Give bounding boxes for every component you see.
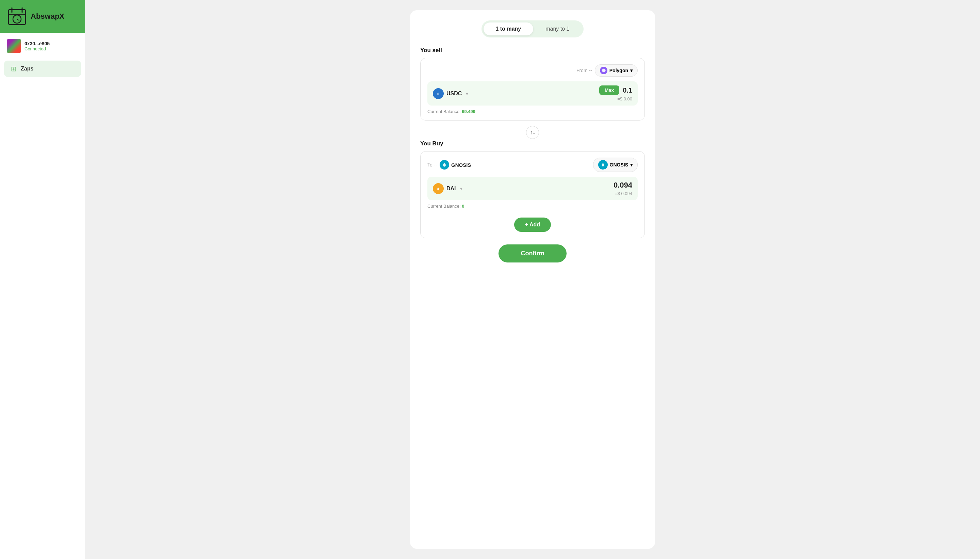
sell-panel: From -- Polygon ▾ $ (420, 58, 645, 121)
sell-token-row: $ USDC ▾ Max 0.1 =$ 0.00 (427, 81, 638, 106)
to-network-row: To -- GNOSIS (427, 158, 638, 172)
from-label: From -- (576, 68, 592, 73)
main-content: 1 to many many to 1 You sell From -- Pol… (85, 0, 980, 559)
usdc-token-selector[interactable]: $ USDC ▾ (433, 88, 595, 99)
sell-token-chevron: ▾ (466, 91, 468, 96)
wallet-avatar (7, 39, 21, 53)
add-button[interactable]: + Add (514, 218, 551, 232)
buy-balance-value: 0 (462, 203, 464, 209)
svg-text:$: $ (437, 92, 439, 95)
buy-token-chevron: ▾ (460, 186, 462, 191)
buy-usd-value: =$ 0.094 (615, 191, 632, 196)
sell-balance-row: Current Balance: 69.499 (427, 109, 638, 114)
toggle-many-to-1[interactable]: many to 1 (533, 23, 582, 35)
swap-card: 1 to many many to 1 You sell From -- Pol… (410, 10, 655, 549)
destination-network-badge: GNOSIS (440, 160, 471, 170)
logo-text: AbswapX (31, 12, 64, 21)
dai-token-selector[interactable]: ◈ DAI ▾ (433, 183, 609, 194)
swap-direction-icon: ↑↓ (530, 129, 535, 136)
polygon-network-selector[interactable]: Polygon ▾ (595, 64, 638, 77)
usdc-icon: $ (433, 88, 444, 99)
polygon-chevron: ▾ (630, 68, 633, 73)
buy-panel: To -- GNOSIS (420, 151, 645, 238)
buy-balance-row: Current Balance: 0 (427, 203, 638, 209)
buy-token-name: DAI (446, 185, 456, 192)
buy-section-label: You Buy (420, 140, 645, 147)
swap-direction-button[interactable]: ↑↓ (526, 126, 539, 139)
sidebar-item-zaps[interactable]: ⊞ Zaps (4, 61, 81, 77)
buy-token-row: ◈ DAI ▾ 0.094 =$ 0.094 (427, 177, 638, 200)
buy-amount-value: 0.094 (614, 181, 632, 190)
gnosis-selector-icon (598, 160, 608, 170)
logo-icon (7, 6, 27, 26)
gnosis-destination-icon (440, 160, 449, 170)
sell-balance-value: 69.499 (462, 109, 475, 114)
wallet-address: 0x30...e805 (25, 41, 49, 46)
to-label: To -- (427, 162, 437, 167)
zaps-icon: ⊞ (11, 64, 16, 73)
logo-banner: AbswapX (0, 0, 85, 33)
sell-panel-header: From -- Polygon ▾ (427, 64, 638, 77)
sell-balance-label: Current Balance: (427, 109, 461, 114)
sell-usd-value: =$ 0.00 (617, 96, 632, 101)
dai-icon: ◈ (433, 183, 444, 194)
sell-amount-value: 0.1 (623, 86, 632, 94)
confirm-button[interactable]: Confirm (498, 245, 567, 263)
wallet-info: 0x30...e805 Connected (25, 41, 49, 51)
sidebar: AbswapX 0x30...e805 Connected ⊞ Zaps (0, 0, 85, 559)
svg-line-6 (17, 19, 19, 20)
buy-amount-section: 0.094 =$ 0.094 (614, 181, 632, 196)
to-label-section: To -- GNOSIS (427, 160, 471, 170)
sell-amount-row: Max 0.1 (599, 86, 632, 95)
buy-balance-label: Current Balance: (427, 203, 461, 209)
buy-network-name: GNOSIS (610, 162, 628, 167)
buy-network-chevron: ▾ (630, 162, 633, 167)
mode-toggle: 1 to many many to 1 (482, 20, 584, 38)
polygon-icon (600, 67, 607, 74)
max-button[interactable]: Max (599, 86, 619, 95)
wallet-section: 0x30...e805 Connected (0, 33, 85, 59)
svg-marker-7 (602, 68, 605, 72)
destination-network-name: GNOSIS (451, 162, 471, 168)
sell-token-name: USDC (446, 91, 462, 97)
wallet-status: Connected (25, 46, 49, 51)
sell-amount-section: Max 0.1 =$ 0.00 (599, 86, 632, 101)
nav-label-zaps: Zaps (21, 66, 33, 72)
buy-network-selector[interactable]: GNOSIS ▾ (593, 158, 638, 172)
toggle-1-to-many[interactable]: 1 to many (483, 23, 534, 35)
polygon-name: Polygon (609, 68, 628, 73)
svg-text:◈: ◈ (437, 187, 440, 190)
swap-direction: ↑↓ (420, 126, 645, 139)
sell-section-label: You sell (420, 47, 645, 54)
